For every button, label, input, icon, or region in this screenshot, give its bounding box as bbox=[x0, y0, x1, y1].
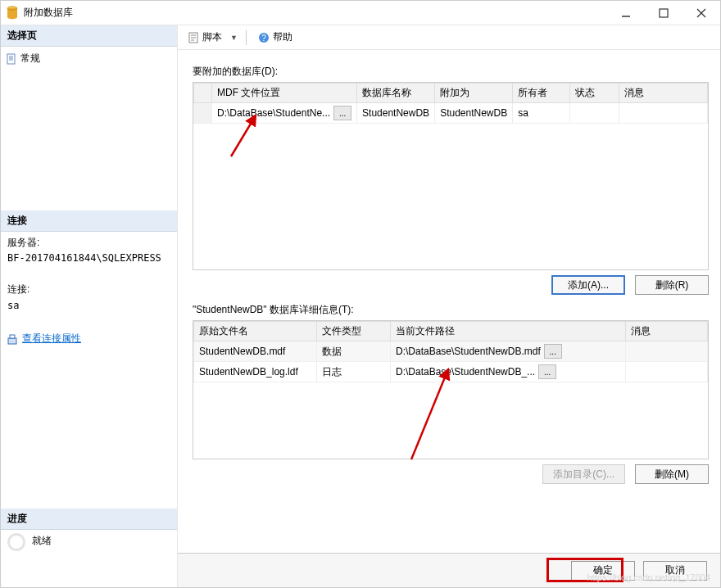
server-value: BF-201704161844\SQLEXPRESS bbox=[7, 251, 170, 266]
page-general-label: 常规 bbox=[20, 52, 40, 66]
col-mdf[interactable]: MDF 文件位置 bbox=[212, 84, 357, 103]
col-status[interactable]: 状态 bbox=[570, 84, 619, 103]
browse-detail-1[interactable]: ... bbox=[538, 364, 556, 379]
drow0-cur: D:\DataBase\StudentNewDB.mdf bbox=[396, 346, 541, 357]
detail-grid-box: 原始文件名 文件类型 当前文件路径 消息 StudentNewDB.mdf 数据 bbox=[193, 320, 709, 459]
drow0-orig: StudentNewDB.mdf bbox=[194, 341, 317, 362]
drow1-cur: D:\DataBase\StudentNewDB_... bbox=[396, 366, 535, 378]
svg-rect-6 bbox=[7, 54, 15, 64]
dcol-msg[interactable]: 消息 bbox=[626, 322, 708, 341]
properties-icon bbox=[7, 333, 19, 345]
attach-row-owner[interactable]: sa bbox=[513, 103, 570, 124]
dcol-cur[interactable]: 当前文件路径 bbox=[391, 322, 626, 341]
script-icon bbox=[188, 32, 199, 43]
minimize-icon bbox=[621, 8, 631, 18]
help-button[interactable]: ? 帮助 bbox=[255, 29, 296, 46]
page-general[interactable]: 常规 bbox=[6, 50, 172, 67]
detail-grid: 原始文件名 文件类型 当前文件路径 消息 StudentNewDB.mdf 数据 bbox=[193, 321, 708, 382]
remove-detail-button[interactable]: 删除(M) bbox=[635, 464, 709, 484]
script-button[interactable]: 脚本 bbox=[184, 29, 225, 46]
attach-row-dbname[interactable]: StudentNewDB bbox=[357, 103, 435, 124]
col-msg[interactable]: 消息 bbox=[619, 84, 708, 103]
drow1-ftype: 日志 bbox=[317, 362, 391, 382]
close-button[interactable] bbox=[682, 1, 720, 25]
watermark: https://blog.csdn.net/qq_17004 bbox=[587, 572, 710, 582]
select-page-header: 选择页 bbox=[1, 25, 177, 47]
progress-spinner-icon bbox=[7, 533, 25, 551]
progress-ready: 就绪 bbox=[32, 533, 52, 549]
attach-grid: MDF 文件位置 数据库名称 附加为 所有者 状态 消息 bbox=[193, 83, 708, 124]
dropdown-icon[interactable]: ▼ bbox=[230, 34, 238, 42]
view-conn-props-link[interactable]: 查看连接属性 bbox=[22, 331, 81, 346]
col-dbname[interactable]: 数据库名称 bbox=[357, 84, 435, 103]
col-attachas[interactable]: 附加为 bbox=[435, 84, 513, 103]
remove-button[interactable]: 删除(R) bbox=[635, 275, 709, 295]
add-catalog-button: 添加目录(C)... bbox=[542, 464, 625, 484]
help-label: 帮助 bbox=[273, 30, 292, 44]
browse-mdf-button[interactable]: ... bbox=[333, 106, 351, 120]
detail-legend: "StudentNewDB" 数据库详细信息(T): bbox=[193, 303, 709, 317]
toolbar: 脚本 ▼ ? 帮助 bbox=[178, 25, 720, 50]
conn-label: 连接: bbox=[7, 282, 170, 297]
drow1-orig: StudentNewDB_log.ldf bbox=[194, 362, 317, 382]
page-icon bbox=[6, 53, 17, 65]
dialog-window: 附加数据库 选择页 常规 连接 服务器: BF-201704161844\SQL… bbox=[0, 0, 721, 588]
attach-row-mdf: D:\DataBase\StudentNe... bbox=[217, 107, 330, 119]
svg-rect-11 bbox=[10, 335, 15, 338]
attach-row[interactable]: D:\DataBase\StudentNe... ... StudentNewD… bbox=[194, 103, 708, 124]
close-icon bbox=[696, 8, 706, 18]
browse-detail-0[interactable]: ... bbox=[544, 344, 562, 359]
detail-row-0[interactable]: StudentNewDB.mdf 数据 D:\DataBase\StudentN… bbox=[194, 341, 708, 362]
svg-rect-3 bbox=[660, 9, 668, 17]
attach-grid-box: MDF 文件位置 数据库名称 附加为 所有者 状态 消息 bbox=[193, 82, 709, 270]
add-button[interactable]: 添加(A)... bbox=[551, 275, 625, 295]
maximize-icon bbox=[659, 8, 669, 18]
detail-row-1[interactable]: StudentNewDB_log.ldf 日志 D:\DataBase\Stud… bbox=[194, 362, 708, 382]
content: 要附加的数据库(D): MDF 文件位置 数据库名称 附加为 所有者 状态 消 bbox=[178, 50, 720, 553]
window-title: 附加数据库 bbox=[24, 6, 607, 20]
svg-text:?: ? bbox=[261, 34, 266, 43]
attach-header-row: MDF 文件位置 数据库名称 附加为 所有者 状态 消息 bbox=[194, 84, 708, 103]
svg-rect-10 bbox=[8, 338, 16, 344]
page-tree: 常规 bbox=[1, 47, 177, 210]
drow0-ftype: 数据 bbox=[317, 341, 391, 362]
titlebar: 附加数据库 bbox=[1, 1, 720, 25]
server-label: 服务器: bbox=[7, 235, 170, 251]
attach-legend: 要附加的数据库(D): bbox=[193, 65, 709, 79]
minimize-button[interactable] bbox=[607, 1, 645, 25]
progress-info: 就绪 bbox=[1, 530, 177, 587]
connection-info: 服务器: BF-201704161844\SQLEXPRESS 连接: sa 查… bbox=[1, 232, 177, 351]
left-panel: 选择页 常规 连接 服务器: BF-201704161844\SQLEXPRES… bbox=[1, 25, 178, 587]
right-panel: 脚本 ▼ ? 帮助 要附加的数据库(D): M bbox=[178, 25, 720, 587]
maximize-button[interactable] bbox=[645, 1, 682, 25]
connection-header: 连接 bbox=[1, 210, 177, 232]
db-icon bbox=[6, 6, 19, 20]
dcol-orig[interactable]: 原始文件名 bbox=[194, 322, 317, 341]
help-icon: ? bbox=[258, 32, 270, 43]
detail-header-row: 原始文件名 文件类型 当前文件路径 消息 bbox=[194, 322, 708, 341]
view-conn-props[interactable]: 查看连接属性 bbox=[7, 329, 170, 348]
progress-header: 进度 bbox=[1, 509, 177, 530]
attach-row-attachas[interactable]: StudentNewDB bbox=[435, 103, 513, 124]
script-label: 脚本 bbox=[202, 30, 222, 44]
col-owner[interactable]: 所有者 bbox=[513, 84, 570, 103]
conn-value: sa bbox=[7, 298, 170, 314]
toolbar-divider bbox=[246, 30, 247, 45]
dcol-ftype[interactable]: 文件类型 bbox=[317, 322, 391, 341]
